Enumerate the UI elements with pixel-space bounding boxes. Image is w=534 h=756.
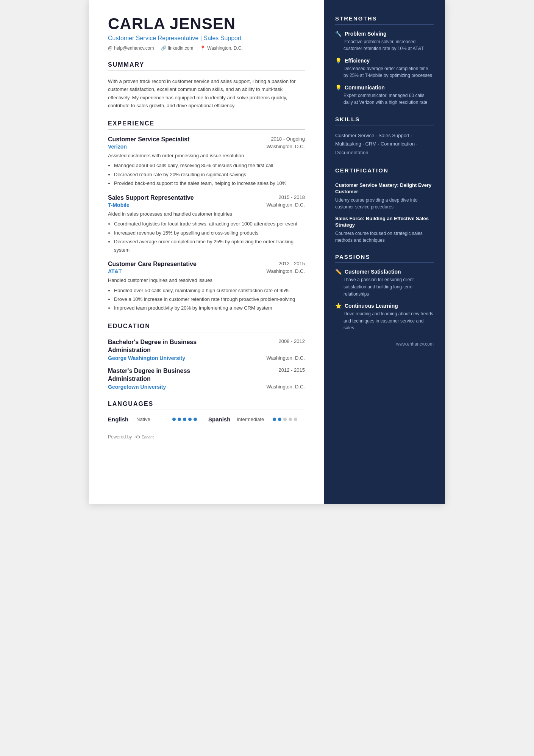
- education-item: Bachelor's Degree in Business Administra…: [108, 338, 305, 361]
- cert-item-0: Customer Service Mastery: Delight Every …: [335, 182, 434, 210]
- job-bullets-0: Managed about 60 calls daily, resolving …: [108, 161, 305, 187]
- passion-desc-1: I love reading and learning about new tr…: [335, 310, 434, 332]
- job-item: Customer Care Representative 2012 - 2015…: [108, 261, 305, 312]
- candidate-title: Customer Service Representative | Sales …: [108, 35, 305, 42]
- certification-section: CERTIFICATION Customer Service Mastery: …: [335, 167, 434, 244]
- experience-section: EXPERIENCE Customer Service Specialist 2…: [108, 120, 305, 312]
- email-address: help@enhancv.com: [114, 45, 154, 51]
- university-0: George Washington University: [108, 355, 185, 361]
- language-name-1: Spanish: [208, 416, 233, 423]
- language-name-0: English: [108, 416, 133, 423]
- passion-item-1: ⭐ Continuous Learning I love reading and…: [335, 303, 434, 332]
- dot: [289, 418, 292, 421]
- language-level-1: Intermediate: [237, 416, 269, 422]
- experience-title: EXPERIENCE: [108, 120, 305, 127]
- degree-0: Bachelor's Degree in Business Administra…: [108, 338, 229, 354]
- linkedin-icon: 🔗: [161, 45, 167, 51]
- bulb2-icon: 💡: [335, 85, 342, 91]
- skills-text: Customer Service · Sales Support · Multi…: [335, 131, 434, 157]
- certification-divider: [335, 176, 434, 177]
- summary-title: SUMMARY: [108, 61, 305, 68]
- linkedin-url: linkedin.com: [168, 45, 194, 51]
- languages-divider: [108, 410, 305, 410]
- dot: [172, 418, 176, 421]
- strength-item-1: 💡 Efficiency Decreased average order com…: [335, 58, 434, 79]
- bullet-item: Drove a 10% increase in customer retenti…: [114, 295, 305, 303]
- candidate-name: CARLA JENSEN: [108, 15, 305, 33]
- dot: [294, 418, 297, 421]
- job-bullets-2: Handled over 50 calls daily, maintaining…: [108, 286, 305, 312]
- cert-name-1: Sales Force: Building an Effective Sales…: [335, 216, 434, 229]
- dot: [188, 418, 192, 421]
- job-location-2: Washington, D.C.: [267, 268, 305, 274]
- languages-section: LANGUAGES English Native: [108, 401, 305, 423]
- passions-divider: [335, 262, 434, 263]
- job-desc-0: Assisted customers with order processing…: [108, 152, 305, 160]
- strength-item-0: 🔧 Problem Solving Proactive problem solv…: [335, 31, 434, 52]
- strength-name-1: Efficiency: [345, 58, 370, 64]
- bullet-item: Coordinated logistics for local trade sh…: [114, 220, 305, 228]
- language-dots-1: [273, 418, 297, 421]
- strengths-section: STRENGTHS 🔧 Problem Solving Proactive pr…: [335, 15, 434, 106]
- cert-desc-0: Udemy course providing a deep dive into …: [335, 197, 434, 210]
- job-desc-2: Handled customer inquiries and resolved …: [108, 277, 305, 284]
- bullet-item: Managed about 60 calls daily, resolving …: [114, 161, 305, 169]
- powered-by-label: Powered by: [108, 434, 132, 440]
- cert-name-0: Customer Service Mastery: Delight Every …: [335, 182, 434, 195]
- summary-text: With a proven track record in customer s…: [108, 77, 305, 110]
- cert-item-1: Sales Force: Building an Effective Sales…: [335, 216, 434, 244]
- bullet-item: Increased revenue by 15% by upselling an…: [114, 229, 305, 237]
- job-company-0: Verizon: [108, 144, 127, 150]
- job-location-0: Washington, D.C.: [267, 144, 305, 150]
- bullet-item: Provided back-end support to the sales t…: [114, 179, 305, 187]
- strength-name-0: Problem Solving: [345, 31, 386, 37]
- edu-date-1: 2012 - 2015: [279, 367, 305, 383]
- strength-item-2: 💡 Communication Expert communicator, man…: [335, 85, 434, 106]
- passion-item-0: ✏️ Customer Satisfaction I have a passio…: [335, 269, 434, 297]
- education-section: EDUCATION Bachelor's Degree in Business …: [108, 323, 305, 390]
- passion-name-0: Customer Satisfaction: [345, 269, 401, 275]
- strengths-title: STRENGTHS: [335, 15, 434, 22]
- degree-1: Master's Degree in Business Administrati…: [108, 367, 229, 383]
- summary-divider: [108, 70, 305, 71]
- footer-right: www.enhancv.com: [335, 341, 434, 347]
- satisfaction-icon: ✏️: [335, 269, 342, 275]
- certification-title: CERTIFICATION: [335, 167, 434, 174]
- experience-divider: [108, 129, 305, 130]
- passion-name-1: Continuous Learning: [345, 303, 398, 309]
- dot: [178, 418, 181, 421]
- website-url: www.enhancv.com: [396, 341, 434, 347]
- location-text: Washington, D.C.: [207, 45, 243, 51]
- svg-text:Enhancv: Enhancv: [142, 435, 154, 439]
- job-company-1: T-Mobile: [108, 202, 130, 208]
- contact-info: @ help@enhancv.com 🔗 linkedin.com 📍 Wash…: [108, 45, 305, 51]
- dot: [273, 418, 276, 421]
- language-dots-0: [172, 418, 197, 421]
- job-company-2: AT&T: [108, 268, 122, 274]
- language-level-0: Native: [136, 416, 169, 422]
- enhancv-logo-icon: Enhancv: [135, 434, 154, 440]
- dot: [183, 418, 186, 421]
- job-desc-1: Aided in sales processes and handled cus…: [108, 210, 305, 218]
- star-icon: ⭐: [335, 303, 342, 309]
- skills-divider: [335, 125, 434, 125]
- strength-desc-1: Decreased average order completion time …: [335, 65, 434, 79]
- passions-title: PASSIONS: [335, 254, 434, 260]
- university-1: Georgetown University: [108, 384, 166, 390]
- languages-row: English Native Spanish Intermediate: [108, 416, 305, 423]
- footer-left: Powered by Enhancv: [108, 434, 305, 440]
- email-icon: @: [108, 45, 112, 51]
- dot: [283, 418, 287, 421]
- strength-desc-2: Expert communicator, managed 60 calls da…: [335, 92, 434, 106]
- cert-desc-1: Coursera course focused on strategic sal…: [335, 230, 434, 244]
- education-item: Master's Degree in Business Administrati…: [108, 367, 305, 390]
- job-date-2: 2012 - 2015: [279, 261, 305, 266]
- wrench-icon: 🔧: [335, 31, 342, 37]
- bulb-icon: 💡: [335, 58, 342, 64]
- edu-location-0: Washington, D.C.: [267, 355, 305, 361]
- passion-desc-0: I have a passion for ensuring client sat…: [335, 276, 434, 297]
- summary-section: SUMMARY With a proven track record in cu…: [108, 61, 305, 110]
- job-bullets-1: Coordinated logistics for local trade sh…: [108, 220, 305, 254]
- job-item: Customer Service Specialist 2018 - Ongoi…: [108, 136, 305, 188]
- passions-section: PASSIONS ✏️ Customer Satisfaction I have…: [335, 254, 434, 332]
